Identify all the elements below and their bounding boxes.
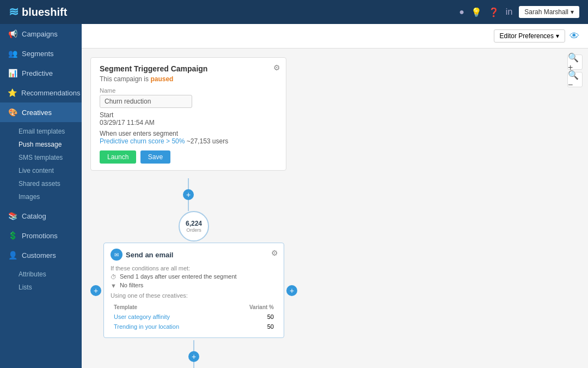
campaign-name-field[interactable]: Churn reduction xyxy=(100,95,192,108)
content-header: Editor Preferences ▾ 👁 xyxy=(82,24,588,49)
v-line-2 xyxy=(188,200,189,211)
sidebar-label-predictive: Predictive xyxy=(22,69,53,77)
sidebar-label-customers: Customers xyxy=(22,251,56,260)
node1-creatives-label: Using one of these creatives: xyxy=(111,292,277,299)
campaign-actions: Launch Save xyxy=(100,150,277,164)
sidebar-sub-live-content[interactable]: Live content xyxy=(11,164,82,177)
segment-users: ~27,153 users xyxy=(187,137,228,145)
sidebar-sub-attributes[interactable]: Attributes xyxy=(11,268,82,281)
creatives-submenu: Email templates Push message SMS templat… xyxy=(0,122,82,206)
logo-icon: ≋ xyxy=(9,5,19,19)
node1-cond-1: ⏱ Send 1 days after user entered the seg… xyxy=(111,273,277,280)
sidebar-sub-shared-assets[interactable]: Shared assets xyxy=(11,177,82,190)
recommendations-icon: ⭐ xyxy=(8,88,17,97)
order-bubble-1: 6,224 Orders xyxy=(179,211,209,242)
template-link-1a[interactable]: User category affinity xyxy=(114,313,170,320)
sidebar-sub-images[interactable]: Images xyxy=(11,190,82,203)
campaign-status-value: paused xyxy=(150,75,173,83)
node1-row: + ⚙ ✉ Send an email If these conditions … xyxy=(90,243,297,338)
sidebar-item-campaigns[interactable]: 📢 Campaigns xyxy=(0,24,82,44)
notification-icon[interactable]: ● xyxy=(459,7,464,17)
v-line-3 xyxy=(193,340,194,351)
segment-label: When user enters segment xyxy=(100,130,178,137)
node1-creative-table: Template Variant % User category affinit… xyxy=(111,302,277,332)
sidebar-sub-push-message[interactable]: Push message xyxy=(11,138,82,151)
sidebar-item-promotions[interactable]: 💲 Promotions xyxy=(0,226,82,245)
add-right-1[interactable]: + xyxy=(286,285,297,296)
order-bubble-1-container: 6,224 Orders xyxy=(90,211,297,242)
campaign-info-card: ⚙ Segment Triggered Campaign This campai… xyxy=(90,57,286,171)
add-node-btn-1[interactable]: + xyxy=(183,189,194,200)
sidebar-item-customers[interactable]: 👤 Customers xyxy=(0,245,82,265)
sidebar-label-creatives: Creatives xyxy=(22,108,52,117)
campaign-title: Segment Triggered Campaign xyxy=(100,64,277,73)
table-row: User category affinity 50 xyxy=(112,312,276,321)
node1-wrapper: 6,224 Orders + ⚙ ✉ Send an email If xyxy=(90,211,297,338)
eye-icon[interactable]: 👁 xyxy=(569,31,579,42)
variant-1a: 50 xyxy=(228,312,276,321)
sidebar-item-recommendations[interactable]: ⭐ Recommendations xyxy=(0,83,82,102)
catalog-icon: 📚 xyxy=(8,212,17,220)
variant-1b: 50 xyxy=(228,322,276,331)
col-template-1: Template xyxy=(112,303,227,311)
start-label: Start xyxy=(100,111,113,119)
main-layout: 📢 Campaigns 👥 Segments 📊 Predictive ⭐ Re… xyxy=(0,24,588,368)
content-area: Editor Preferences ▾ 👁 🔍+ 🔍− ⚙ Segment T… xyxy=(82,24,588,368)
node1-cond-2: ▼ No filters xyxy=(111,282,277,289)
segments-icon: 👥 xyxy=(8,49,17,58)
email-node-1: ⚙ ✉ Send an email If these conditions ar… xyxy=(103,243,284,338)
email-icon-1: ✉ xyxy=(111,249,122,261)
table-row: Trending in your location 50 xyxy=(112,322,276,331)
sidebar-item-predictive[interactable]: 📊 Predictive xyxy=(0,63,82,83)
bulb-icon[interactable]: 💡 xyxy=(471,7,482,17)
logo-text: blueshift xyxy=(22,6,67,19)
header-right: ● 💡 ❓ in Sarah Marshall ▾ xyxy=(459,6,579,18)
linkedin-icon[interactable]: in xyxy=(506,7,512,17)
connector-2: + xyxy=(90,340,297,368)
sidebar-label-recommendations: Recommendations xyxy=(21,89,80,97)
timer-icon-1: ⏱ xyxy=(111,274,117,280)
sidebar: 📢 Campaigns 👥 Segments 📊 Predictive ⭐ Re… xyxy=(0,24,82,368)
sidebar-item-segments[interactable]: 👥 Segments xyxy=(0,44,82,63)
node1-conditions-label: If these conditions are all met: xyxy=(111,265,277,272)
sidebar-item-creatives[interactable]: 🎨 Creatives xyxy=(0,102,82,122)
add-node-btn-2[interactable]: + xyxy=(188,351,199,362)
editor-preferences-button[interactable]: Editor Preferences ▾ xyxy=(494,29,565,43)
help-icon[interactable]: ❓ xyxy=(488,7,499,17)
order-label-1: Orders xyxy=(186,227,201,233)
sidebar-sub-email-templates[interactable]: Email templates xyxy=(11,125,82,138)
start-value: 03/29/17 11:54 AM xyxy=(100,119,155,126)
sidebar-sub-lists[interactable]: Lists xyxy=(11,281,82,294)
sidebar-item-catalog[interactable]: 📚 Catalog xyxy=(0,206,82,226)
sidebar-label-segments: Segments xyxy=(22,50,54,58)
dropdown-arrow-icon: ▾ xyxy=(571,8,574,16)
node1-header: ✉ Send an email xyxy=(111,249,277,261)
content-body: ⚙ Segment Triggered Campaign This campai… xyxy=(82,49,588,368)
sidebar-label-campaigns: Campaigns xyxy=(22,30,58,38)
campaign-start: Start 03/29/17 11:54 AM xyxy=(100,111,277,126)
creatives-icon: 🎨 xyxy=(8,108,17,117)
name-label: Name xyxy=(100,87,277,94)
editor-preferences: Editor Preferences ▾ 👁 xyxy=(494,29,579,43)
campaign-status-text: This campaign is xyxy=(100,75,149,83)
segment-link[interactable]: Predictive churn score > 50% xyxy=(100,137,187,145)
filter-icon-1: ▼ xyxy=(111,282,117,289)
template-link-1b[interactable]: Trending in your location xyxy=(114,323,179,330)
campaign-segment: When user enters segment Predictive chur… xyxy=(100,130,277,145)
save-button[interactable]: Save xyxy=(140,150,170,164)
connector-1: + xyxy=(90,178,286,211)
node1-settings-button[interactable]: ⚙ xyxy=(271,249,278,257)
launch-button[interactable]: Launch xyxy=(100,150,136,164)
customers-submenu: Attributes Lists xyxy=(0,265,82,297)
customers-icon: 👤 xyxy=(8,251,17,260)
sidebar-sub-sms-templates[interactable]: SMS templates xyxy=(11,151,82,164)
workflow-canvas: ⚙ Segment Triggered Campaign This campai… xyxy=(90,57,579,368)
promotions-icon: 💲 xyxy=(8,231,17,240)
campaign-settings-button[interactable]: ⚙ xyxy=(273,63,280,72)
add-left-1[interactable]: + xyxy=(90,285,101,296)
user-name: Sarah Marshall xyxy=(524,8,568,16)
v-line-1 xyxy=(188,178,189,189)
sidebar-label-catalog: Catalog xyxy=(22,212,46,220)
user-menu-button[interactable]: Sarah Marshall ▾ xyxy=(519,6,579,18)
app-header: ≋ blueshift ● 💡 ❓ in Sarah Marshall ▾ xyxy=(0,0,588,24)
